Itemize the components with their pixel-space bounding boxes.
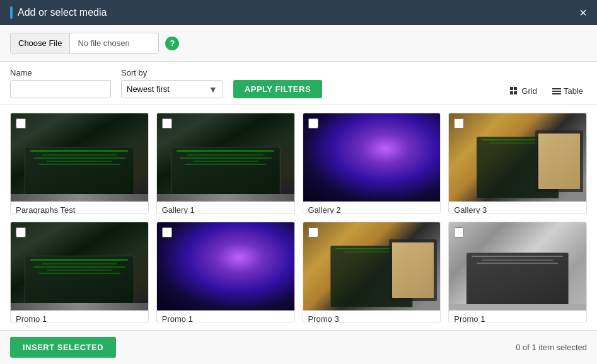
footer-bar: INSERT SELECTED 0 of 1 item selected bbox=[0, 330, 597, 364]
modal-body: Choose File No file chosen ? Name Sort b… bbox=[0, 25, 597, 330]
media-select-checkbox[interactable] bbox=[16, 118, 26, 128]
media-thumbnail bbox=[11, 222, 148, 310]
table-icon bbox=[552, 87, 561, 96]
media-thumbnail bbox=[303, 222, 441, 310]
name-filter-input[interactable] bbox=[10, 80, 111, 98]
sort-select[interactable]: Newest first Oldest first Name A-Z Name … bbox=[122, 81, 204, 98]
media-item[interactable]: Promo 1 bbox=[10, 222, 149, 323]
file-input-wrapper: Choose File No file chosen bbox=[10, 33, 159, 54]
media-thumbnail bbox=[157, 113, 294, 202]
media-item-label: Promo 3 bbox=[303, 310, 441, 323]
media-item[interactable]: Promo 1 bbox=[448, 222, 587, 323]
modal-header: Add or select media × bbox=[0, 0, 597, 25]
sort-arrow-icon: ▼ bbox=[204, 84, 223, 94]
media-item-label: Promo 1 bbox=[11, 310, 148, 323]
media-thumbnail bbox=[449, 222, 586, 310]
media-grid: Paragraphs Test Gallery 1 bbox=[0, 105, 597, 330]
media-select-checkbox[interactable] bbox=[308, 118, 318, 128]
media-item[interactable]: Promo 1 bbox=[156, 222, 295, 323]
media-item[interactable]: Gallery 2 bbox=[303, 113, 441, 214]
media-select-checkbox[interactable] bbox=[162, 227, 172, 237]
media-modal: Add or select media × Choose File No fil… bbox=[0, 0, 597, 364]
sort-filter-label: Sort by bbox=[121, 68, 223, 77]
media-thumbnail bbox=[303, 113, 441, 202]
upload-section: Choose File No file chosen ? bbox=[0, 25, 597, 62]
media-select-checkbox[interactable] bbox=[454, 227, 464, 237]
media-item-label: Promo 1 bbox=[449, 310, 586, 323]
sort-filter-group: Sort by Newest first Oldest first Name A… bbox=[121, 68, 223, 98]
media-item-label: Paragraphs Test bbox=[11, 202, 148, 214]
media-thumbnail bbox=[157, 222, 294, 310]
header-accent-bar bbox=[10, 6, 13, 19]
table-view-button[interactable]: Table bbox=[548, 84, 587, 98]
media-thumbnail bbox=[449, 113, 586, 202]
media-select-checkbox[interactable] bbox=[162, 118, 172, 128]
modal-title: Add or select media bbox=[18, 7, 107, 18]
grid-view-label: Grid bbox=[521, 86, 537, 96]
grid-view-button[interactable]: Grid bbox=[506, 84, 541, 98]
modal-title-group: Add or select media bbox=[10, 6, 107, 19]
media-item-label: Promo 1 bbox=[157, 310, 294, 323]
view-toggle: Grid Table bbox=[506, 84, 587, 98]
help-icon[interactable]: ? bbox=[165, 37, 179, 50]
media-item-label: Gallery 1 bbox=[157, 202, 294, 214]
media-select-checkbox[interactable] bbox=[16, 227, 26, 237]
media-item[interactable]: Paragraphs Test bbox=[10, 113, 149, 214]
table-view-label: Table bbox=[564, 86, 583, 96]
grid-icon bbox=[510, 87, 519, 96]
media-thumbnail bbox=[11, 113, 148, 202]
close-button[interactable]: × bbox=[579, 6, 587, 19]
apply-filters-button[interactable]: APPLY FILTERS bbox=[233, 80, 322, 98]
media-select-checkbox[interactable] bbox=[308, 227, 318, 237]
file-chosen-label: No file chosen bbox=[70, 33, 158, 53]
sort-select-wrapper: Newest first Oldest first Name A-Z Name … bbox=[121, 80, 223, 98]
media-item[interactable]: Promo 3 bbox=[303, 222, 441, 323]
media-item[interactable]: Gallery 3 bbox=[448, 113, 587, 214]
choose-file-button[interactable]: Choose File bbox=[11, 33, 70, 53]
insert-selected-button[interactable]: INSERT SELECTED bbox=[10, 337, 116, 358]
media-item[interactable]: Gallery 1 bbox=[156, 113, 295, 214]
media-item-label: Gallery 2 bbox=[303, 202, 441, 214]
filter-section: Name Sort by Newest first Oldest first N… bbox=[0, 62, 597, 105]
name-filter-label: Name bbox=[10, 68, 111, 77]
media-item-label: Gallery 3 bbox=[449, 202, 586, 214]
name-filter-group: Name bbox=[10, 68, 111, 98]
media-select-checkbox[interactable] bbox=[454, 118, 464, 128]
selection-count: 0 of 1 item selected bbox=[516, 343, 587, 352]
